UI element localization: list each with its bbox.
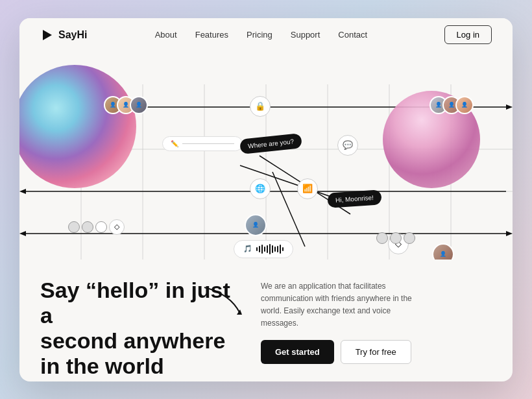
sm-circle-4 <box>376 232 388 244</box>
nav-contact[interactable]: Contact <box>338 30 367 40</box>
sm-circle-6 <box>404 232 415 244</box>
sm-circle-5 <box>390 232 402 244</box>
audio-icon: 🎵 <box>243 245 252 253</box>
input-line <box>182 143 234 144</box>
chat-icon-circle: 💬 <box>337 135 358 156</box>
logo[interactable]: SayHi <box>40 28 87 42</box>
diamond-small: ◇ <box>109 219 125 235</box>
sm-circle-3 <box>95 221 107 233</box>
wave-8 <box>274 247 276 252</box>
avatar-single: 👤 <box>245 214 267 236</box>
description-text: We are an application that facilitates c… <box>261 280 429 330</box>
wave-11 <box>282 247 284 251</box>
sphere-left <box>19 65 136 188</box>
edit-input-bar[interactable]: ✏️ <box>162 136 243 151</box>
svg-marker-17 <box>19 231 26 236</box>
logo-icon <box>40 28 54 42</box>
small-circles-right <box>376 232 415 244</box>
nav-about[interactable]: About <box>155 30 177 40</box>
globe-icon-circle: 🌐 <box>250 178 271 199</box>
avatar-6: 👤 <box>455 96 474 114</box>
wave-10 <box>280 245 281 254</box>
login-button[interactable]: Log in <box>444 25 492 44</box>
cta-row: Get started Try for free <box>261 340 492 364</box>
wave-7 <box>272 245 273 253</box>
headline-line2: second anywhere <box>40 328 225 353</box>
audio-waves <box>256 244 284 254</box>
nav-support[interactable]: Support <box>291 30 320 40</box>
get-started-button[interactable]: Get started <box>261 340 334 364</box>
wave-1 <box>256 247 258 251</box>
wave-2 <box>259 246 260 252</box>
try-free-button[interactable]: Try for free <box>341 340 411 364</box>
wave-5 <box>267 245 268 253</box>
nav-links: About Features Pricing Support Contact <box>155 30 367 40</box>
logo-text: SayHi <box>58 29 87 41</box>
headline-line3: in the world <box>40 354 164 378</box>
pencil-icon: ✏️ <box>171 140 178 147</box>
small-circles-left: ◇ <box>68 219 125 235</box>
svg-marker-15 <box>19 189 26 194</box>
svg-marker-18 <box>506 231 513 236</box>
bottom-section: Say “hello” in just a second anywhere in… <box>19 260 513 379</box>
avatar-3: 👤 <box>130 96 148 114</box>
audio-bar[interactable]: 🎵 <box>234 240 293 258</box>
decorative-arrow <box>198 281 250 320</box>
navbar: SayHi About Features Pricing Support Con… <box>19 18 513 52</box>
lock-icon-circle: 🔒 <box>250 96 271 117</box>
avatar-cluster-right: 👤 👤 👤 <box>429 96 474 114</box>
wifi-icon-circle: 📶 <box>297 178 318 199</box>
nav-features[interactable]: Features <box>195 30 228 40</box>
right-column: We are an application that facilitates c… <box>261 278 492 365</box>
sm-circle-1 <box>68 221 80 233</box>
wave-4 <box>264 247 265 252</box>
wave-9 <box>277 246 278 252</box>
wave-3 <box>261 245 263 254</box>
nav-pricing[interactable]: Pricing <box>247 30 272 40</box>
sm-circle-2 <box>82 221 93 233</box>
svg-marker-12 <box>506 104 513 110</box>
hero-section: 👤 👤 👤 👤 👤 👤 🔒 ✏️ Where are you? 💬 🌐 📶 <box>19 52 513 260</box>
wave-6 <box>269 244 271 254</box>
avatar-cluster-left: 👤 👤 👤 <box>104 96 148 114</box>
main-card: SayHi About Features Pricing Support Con… <box>19 18 513 381</box>
